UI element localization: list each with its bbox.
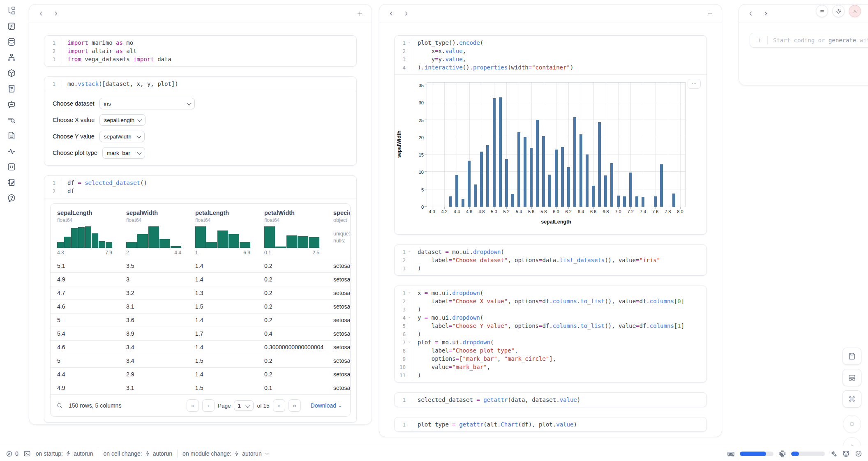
table-cell: 5.4: [51, 330, 120, 337]
download-button[interactable]: Download⌄: [308, 402, 344, 409]
chat-bot-icon[interactable]: [5, 99, 18, 109]
code-line: ): [412, 330, 706, 338]
on-cell-change-toggle[interactable]: on cell change: autorun: [103, 450, 172, 457]
column-header[interactable]: petalLengthfloat6416.9: [189, 210, 258, 256]
altair-bar-chart[interactable]: sepalWidth sepalLength 051015202530354.0…: [427, 82, 686, 207]
search-icon[interactable]: [56, 402, 63, 409]
table-cell: 1.4: [189, 344, 258, 350]
column-histogram: [264, 226, 319, 248]
on-module-change-toggle[interactable]: on module change: autorun: [182, 450, 270, 457]
sparkles-icon[interactable]: [830, 450, 837, 457]
table-cell: 4.9: [51, 385, 120, 391]
chart-bar: [455, 175, 458, 207]
close-icon[interactable]: [849, 5, 861, 17]
page-select[interactable]: 1: [234, 400, 254, 411]
add-cell-button[interactable]: [704, 8, 715, 19]
chart-bar: [579, 134, 582, 207]
on-startup-toggle[interactable]: on startup: autorun: [36, 450, 93, 457]
robot-icon[interactable]: [842, 450, 850, 458]
fold-icon[interactable]: ⌄: [409, 249, 411, 253]
chart-bar: [480, 152, 483, 207]
terminal-icon[interactable]: [23, 450, 31, 457]
code-editor[interactable]: 1⌄234plot_type().encode( x=x.value, y=y.…: [395, 36, 706, 74]
chart-bar: [505, 159, 508, 207]
table-row: 53.41.50.2setosa: [51, 354, 350, 367]
table-cell: setosa: [327, 344, 350, 350]
document-icon[interactable]: [5, 131, 18, 141]
dataframe-output: sepalLengthfloat644.37.9sepalWidthfloat6…: [44, 198, 356, 422]
save-icon[interactable]: [843, 348, 861, 365]
script-icon[interactable]: [5, 84, 18, 94]
code-editor[interactable]: 12df = selected_dataset()df: [44, 176, 356, 198]
table-cell: 4.6: [51, 303, 120, 310]
chevron-right-icon[interactable]: [51, 8, 61, 19]
code-editor[interactable]: 1⌄23dataset = mo.ui.dropdown( label="Cho…: [395, 245, 706, 275]
file-tree-icon[interactable]: [5, 6, 18, 16]
next-page-button[interactable]: ›: [273, 399, 285, 412]
code-editor[interactable]: 1mo.vstack([dataset, x, y, plot]): [44, 77, 356, 91]
fold-icon[interactable]: ⌄: [409, 290, 411, 294]
last-page-button[interactable]: »: [289, 399, 301, 412]
code-editor[interactable]: 1selected_dataset = getattr(data, datase…: [395, 393, 706, 407]
chart-bar: [567, 167, 570, 207]
dropdown-label: Choose X value: [53, 117, 95, 123]
column-histogram: [195, 226, 250, 248]
chart-bar: [499, 97, 502, 207]
dataset-select[interactable]: iris: [99, 98, 195, 109]
prev-page-button[interactable]: ‹: [202, 399, 215, 412]
chart-menu-button[interactable]: [688, 79, 701, 89]
chevron-left-icon[interactable]: [36, 8, 46, 19]
table-row: 53.61.40.2setosa: [51, 313, 350, 327]
line-numbers: 1: [395, 396, 412, 404]
code-block-icon[interactable]: [5, 162, 18, 172]
check-circle-icon[interactable]: [855, 450, 862, 457]
x-value-select[interactable]: sepalLength: [99, 114, 145, 126]
code-editor[interactable]: 1 Start coding or generate with: [750, 33, 868, 47]
package-icon[interactable]: [5, 68, 18, 78]
code-editor[interactable]: 123import marimo as moimport altair as a…: [44, 36, 356, 66]
layout-icon[interactable]: [843, 369, 861, 386]
chevron-right-icon[interactable]: [401, 8, 411, 19]
function-icon[interactable]: [5, 21, 18, 31]
plot-type-select[interactable]: mark_bar: [102, 147, 145, 159]
column-header[interactable]: sepalWidthfloat6424.4: [120, 210, 189, 256]
chevron-left-icon[interactable]: [746, 8, 756, 19]
database-icon[interactable]: [5, 37, 18, 47]
dependency-graph-icon[interactable]: [5, 53, 18, 62]
line-numbers: 12: [44, 179, 62, 195]
column-header[interactable]: petalWidthfloat640.12.5: [258, 210, 327, 256]
fold-icon[interactable]: ⌄: [409, 39, 411, 44]
chart-bar: [530, 148, 533, 207]
fold-icon[interactable]: ⌄: [409, 339, 411, 343]
menu-icon[interactable]: [816, 5, 828, 17]
generate-link[interactable]: generate: [829, 37, 856, 44]
stop-icon[interactable]: [843, 415, 861, 433]
column-header[interactable]: speciesobjectunique:nulls:: [327, 210, 350, 256]
table-row: 4.42.91.40.2setosa: [51, 367, 350, 381]
command-icon[interactable]: [843, 390, 861, 408]
chevron-left-icon[interactable]: [386, 8, 397, 19]
table-cell: 3.1: [120, 303, 189, 310]
code-editor[interactable]: 1⌄234⌄567⌄891011x = mo.ui.dropdown( labe…: [395, 286, 706, 382]
first-page-button[interactable]: «: [187, 399, 199, 412]
gear-icon[interactable]: [832, 5, 845, 17]
code-editor[interactable]: 1plot_type = getattr(alt.Chart(df), plot…: [395, 417, 706, 431]
add-cell-button[interactable]: [354, 8, 365, 19]
chart-bar: [561, 147, 564, 207]
chevron-right-icon[interactable]: [760, 8, 771, 19]
scratchpad-icon[interactable]: [5, 177, 18, 187]
y-value-select[interactable]: sepalWidth: [99, 131, 145, 142]
errors-button[interactable]: 0: [6, 450, 18, 457]
fold-icon[interactable]: ⌄: [409, 314, 411, 318]
table-cell: 0.4: [258, 330, 327, 337]
pagination: « ‹ Page 1 of 15 › » Download⌄: [187, 399, 344, 412]
table-cell: 1.3: [189, 290, 258, 296]
column-header[interactable]: sepalLengthfloat644.37.9: [51, 210, 120, 256]
activity-icon[interactable]: [5, 146, 18, 156]
chart-bar: [517, 132, 520, 207]
help-icon[interactable]: [5, 193, 18, 203]
log-search-icon[interactable]: [5, 115, 18, 125]
chart-bar: [629, 173, 632, 207]
code-line: options=["mark_bar", "mark_circle"],: [412, 355, 706, 363]
y-axis-title: sepalWidth: [396, 115, 402, 173]
